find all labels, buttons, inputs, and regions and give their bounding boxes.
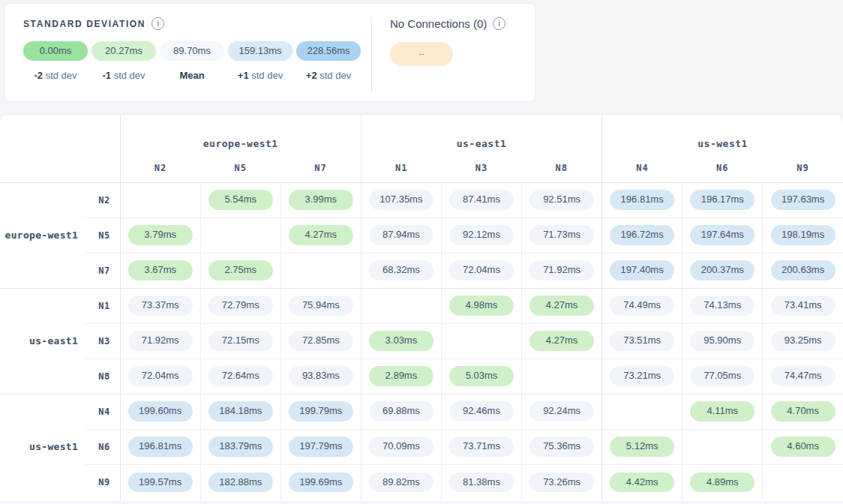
latency-cell[interactable]: 184.18ms [200, 394, 280, 429]
latency-cell[interactable]: 197.63ms [763, 182, 843, 218]
latency-pill[interactable]: 72.64ms [208, 366, 273, 386]
latency-pill[interactable]: 4.60ms [771, 436, 836, 456]
latency-cell[interactable]: 107.35ms [361, 182, 441, 218]
latency-pill[interactable]: 4.89ms [690, 472, 754, 492]
latency-cell[interactable]: 89.82ms [361, 464, 441, 500]
latency-cell[interactable]: 4.60ms [763, 429, 843, 464]
latency-pill[interactable]: 69.88ms [369, 401, 434, 421]
latency-pill[interactable]: 183.79ms [208, 436, 273, 456]
latency-cell[interactable]: 198.19ms [763, 218, 843, 253]
latency-pill[interactable]: 93.25ms [771, 331, 836, 350]
latency-cell[interactable]: 93.83ms [280, 358, 361, 394]
latency-cell[interactable]: 5.54ms [200, 182, 280, 218]
latency-cell[interactable]: 72.04ms [441, 253, 521, 288]
latency-pill[interactable]: 68.32ms [369, 260, 434, 280]
latency-pill[interactable]: 4.27ms [530, 331, 594, 350]
column-node-label[interactable]: N2 [120, 154, 200, 182]
latency-cell[interactable]: 197.40ms [602, 253, 682, 288]
latency-cell[interactable]: 196.81ms [120, 429, 200, 464]
latency-cell[interactable]: 87.41ms [441, 182, 521, 218]
latency-cell[interactable]: 3.79ms [120, 218, 200, 253]
latency-pill[interactable]: 182.88ms [208, 472, 273, 492]
row-node-label[interactable]: N8 [84, 358, 120, 394]
latency-pill[interactable]: 196.17ms [690, 190, 754, 209]
latency-cell[interactable]: 74.47ms [763, 358, 843, 394]
latency-pill[interactable]: 184.18ms [208, 401, 273, 421]
latency-pill[interactable]: 197.40ms [610, 260, 674, 280]
column-node-label[interactable]: N4 [602, 154, 682, 182]
column-node-label[interactable]: N9 [763, 154, 843, 182]
latency-cell[interactable]: 196.17ms [682, 182, 763, 218]
latency-cell[interactable]: 5.12ms [602, 429, 682, 464]
latency-pill[interactable]: 87.41ms [449, 190, 514, 209]
latency-pill[interactable]: 81.38ms [449, 472, 514, 492]
latency-pill[interactable]: 199.69ms [289, 472, 353, 492]
latency-pill[interactable]: 4.98ms [449, 296, 514, 315]
latency-pill[interactable]: 71.92ms [128, 331, 193, 350]
latency-pill[interactable]: 87.94ms [369, 225, 434, 244]
latency-cell[interactable]: 92.46ms [441, 394, 521, 429]
latency-cell[interactable]: 5.03ms [441, 358, 521, 394]
latency-cell[interactable]: 196.81ms [602, 182, 682, 218]
latency-pill[interactable]: 5.03ms [449, 366, 514, 386]
latency-pill[interactable]: 5.54ms [208, 190, 273, 209]
latency-cell[interactable]: 73.26ms [522, 464, 602, 500]
latency-cell[interactable]: 2.89ms [361, 358, 441, 394]
column-node-label[interactable]: N7 [280, 154, 361, 182]
latency-pill[interactable]: 92.24ms [530, 401, 594, 421]
latency-cell[interactable]: 92.24ms [522, 394, 602, 429]
latency-cell[interactable]: 72.04ms [120, 358, 200, 394]
latency-cell[interactable]: 95.90ms [682, 323, 763, 358]
row-node-label[interactable]: N1 [84, 288, 120, 323]
latency-pill[interactable]: 197.64ms [690, 225, 754, 244]
latency-pill[interactable]: 75.94ms [289, 296, 353, 315]
latency-pill[interactable]: 196.72ms [610, 225, 674, 244]
latency-pill[interactable]: 197.79ms [289, 436, 353, 456]
latency-cell[interactable]: 73.37ms [120, 288, 200, 323]
latency-pill[interactable]: 74.49ms [610, 296, 674, 315]
latency-pill[interactable]: 3.67ms [128, 260, 193, 280]
latency-cell[interactable]: 92.12ms [441, 218, 521, 253]
latency-cell[interactable]: 73.41ms [763, 288, 843, 323]
latency-cell[interactable]: 73.51ms [602, 323, 682, 358]
latency-cell[interactable]: 72.85ms [280, 323, 361, 358]
latency-cell[interactable]: 183.79ms [200, 429, 280, 464]
column-node-label[interactable]: N1 [361, 154, 441, 182]
column-node-label[interactable]: N6 [682, 154, 763, 182]
latency-pill[interactable]: 71.92ms [530, 260, 594, 280]
latency-cell[interactable]: 200.63ms [763, 253, 843, 288]
latency-pill[interactable]: 3.99ms [289, 190, 353, 209]
row-node-label[interactable]: N2 [84, 182, 120, 218]
latency-pill[interactable]: 73.51ms [610, 331, 674, 350]
latency-cell[interactable]: 72.79ms [200, 288, 280, 323]
latency-cell[interactable]: 196.72ms [602, 218, 682, 253]
latency-cell[interactable]: 199.79ms [280, 394, 361, 429]
latency-pill[interactable]: 199.57ms [128, 472, 193, 492]
latency-cell[interactable]: 199.69ms [280, 464, 361, 500]
latency-cell[interactable]: 4.27ms [522, 323, 602, 358]
latency-pill[interactable]: 72.15ms [208, 331, 273, 350]
latency-cell[interactable]: 74.49ms [602, 288, 682, 323]
latency-pill[interactable]: 72.85ms [289, 331, 353, 350]
row-node-label[interactable]: N7 [84, 253, 120, 288]
latency-pill[interactable]: 72.79ms [208, 296, 273, 315]
column-node-label[interactable]: N3 [441, 154, 521, 182]
latency-pill[interactable]: 72.04ms [449, 260, 514, 280]
latency-cell[interactable]: 3.99ms [280, 182, 361, 218]
latency-cell[interactable]: 75.36ms [522, 429, 602, 464]
row-node-label[interactable]: N6 [84, 429, 120, 464]
latency-pill[interactable]: 199.60ms [128, 401, 193, 421]
latency-cell[interactable]: 81.38ms [441, 464, 521, 500]
latency-pill[interactable]: 73.71ms [449, 436, 514, 456]
latency-pill[interactable]: 2.75ms [208, 260, 273, 280]
latency-pill[interactable]: 3.79ms [128, 225, 193, 244]
latency-pill[interactable]: 75.36ms [530, 436, 594, 456]
latency-pill[interactable]: 4.27ms [289, 225, 353, 244]
latency-pill[interactable]: 73.37ms [128, 296, 193, 315]
latency-cell[interactable]: 77.05ms [682, 358, 763, 394]
latency-pill[interactable]: 200.63ms [771, 260, 836, 280]
latency-cell[interactable]: 4.27ms [522, 288, 602, 323]
latency-cell[interactable]: 197.79ms [280, 429, 361, 464]
latency-pill[interactable]: 92.51ms [530, 190, 594, 209]
latency-pill[interactable]: 5.12ms [610, 436, 674, 456]
